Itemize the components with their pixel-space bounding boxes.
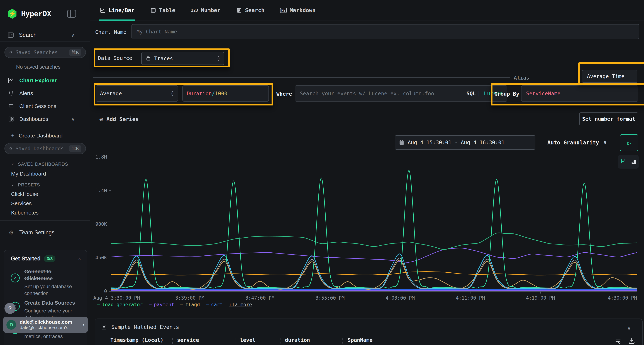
sidebar-item-services[interactable]: Services xyxy=(0,200,90,207)
chevron-down-icon: ∨ xyxy=(11,183,14,187)
column-header[interactable]: SpanName xyxy=(348,337,373,343)
play-icon: ▷ xyxy=(627,139,631,146)
table-icon xyxy=(150,7,156,13)
svg-text:3:47:00 PM: 3:47:00 PM xyxy=(246,295,274,301)
plus-icon: + xyxy=(11,132,14,139)
wrap-lines-icon[interactable] xyxy=(614,338,622,345)
data-source-value: Traces xyxy=(154,55,173,61)
box-icon xyxy=(146,56,151,61)
set-number-format-button[interactable]: Set number format xyxy=(579,112,638,125)
sidebar-item-my-dashboard[interactable]: My Dashboard xyxy=(0,170,90,178)
no-saved-searches: No saved searches xyxy=(0,63,90,71)
column-separator[interactable] xyxy=(172,337,173,344)
saved-searches-input[interactable] xyxy=(16,49,69,55)
group-by-input[interactable] xyxy=(521,85,638,101)
select-chevrons-icon: ∧∨ xyxy=(217,56,220,61)
chevron-up-icon[interactable]: ∧ xyxy=(78,256,81,262)
sidebar-section-search[interactable]: Search ∧ xyxy=(0,30,90,40)
legend-item[interactable]: —cart xyxy=(206,302,222,307)
markdown-icon: M↓ xyxy=(280,8,287,13)
legend-label: load-generator xyxy=(102,302,143,307)
sidebar-item-dashboards[interactable]: Dashboards ∧ xyxy=(0,114,90,124)
legend-label: payment xyxy=(154,302,174,307)
document-list-icon xyxy=(236,7,242,13)
sql-mode-button[interactable]: SQL xyxy=(466,90,476,96)
chart-legend: —load-generator—payment—flagd—cart+12 mo… xyxy=(97,302,252,307)
presets-header[interactable]: ∨ PRESETS xyxy=(0,181,90,188)
column-separator[interactable] xyxy=(342,337,343,344)
field-part-1000: 1000 xyxy=(215,90,227,96)
legend-swatch: — xyxy=(206,302,209,307)
column-header[interactable]: level xyxy=(240,337,256,343)
run-query-button[interactable]: ▷ xyxy=(620,134,638,151)
sidebar-item-client-sessions[interactable]: Client Sessions xyxy=(0,101,90,111)
tab-markdown[interactable]: M↓ Markdown xyxy=(280,0,316,21)
sidebar-item-label: Alerts xyxy=(19,90,33,96)
get-started-item[interactable]: ✓ Connect to ClickHouse Set up your data… xyxy=(11,268,82,297)
chevron-up-icon[interactable]: ∧ xyxy=(627,325,630,331)
calendar-icon xyxy=(399,140,404,145)
divider xyxy=(0,41,90,42)
chart-name-input[interactable] xyxy=(132,24,639,39)
collapse-sidebar-icon[interactable] xyxy=(67,10,76,18)
aggregation-select[interactable]: Average ∧∨ xyxy=(96,85,178,101)
user-menu[interactable]: D dale@clickhouse.com dale@clickhouse.co… xyxy=(3,317,88,333)
legend-item[interactable]: —payment xyxy=(149,302,174,307)
sidebar-item-kubernetes[interactable]: Kubernetes xyxy=(0,209,90,217)
tab-table[interactable]: Table xyxy=(150,0,175,21)
sidebar: ⚡ HyperDX Search ∧ ⌘K No saved searches … xyxy=(0,0,90,345)
sidebar-item-label: Client Sessions xyxy=(19,103,56,109)
sidebar-item-chart-explorer[interactable]: Chart Explorer xyxy=(0,76,90,85)
sidebar-search-label: Search xyxy=(19,32,36,38)
legend-item[interactable]: —flagd xyxy=(180,302,200,307)
chevron-up-icon[interactable]: ∧ xyxy=(72,32,75,38)
get-started-header[interactable]: Get Started 3/3 ∧ xyxy=(11,255,81,262)
column-header[interactable]: Timestamp (Local) xyxy=(110,337,164,343)
alias-input[interactable] xyxy=(582,70,638,83)
column-header[interactable]: service xyxy=(177,337,199,343)
chevron-up-icon[interactable]: ∧ xyxy=(71,116,74,122)
field-expression-input[interactable]: Duration/1000 xyxy=(182,85,269,101)
add-series-button[interactable]: ⊕ Add Series xyxy=(99,114,139,124)
data-source-label: Data Source xyxy=(98,55,132,61)
saved-dashboards-search[interactable]: ⌘K xyxy=(4,143,86,154)
plus-circle-icon: ⊕ xyxy=(99,115,103,123)
help-button[interactable]: ? xyxy=(4,303,16,314)
download-icon[interactable] xyxy=(628,337,636,345)
legend-more-link[interactable]: +12 more xyxy=(229,302,252,307)
saved-dashboards-input[interactable] xyxy=(16,146,69,152)
sidebar-item-alerts[interactable]: Alerts xyxy=(0,89,90,98)
column-header[interactable]: duration xyxy=(285,337,310,343)
dashboard-grid-icon xyxy=(8,116,15,122)
svg-text:4:30:00 PM: 4:30:00 PM xyxy=(608,295,637,301)
sidebar-item-clickhouse[interactable]: ClickHouse xyxy=(0,190,90,198)
time-range-picker[interactable]: Aug 4 15:30:01 - Aug 4 16:30:01 xyxy=(395,135,536,150)
column-separator[interactable] xyxy=(280,337,280,344)
number-123-icon: 123 xyxy=(191,8,198,12)
data-source-select[interactable]: Traces ∧∨ xyxy=(141,52,224,65)
field-part-slash: / xyxy=(212,90,215,96)
group-by-label: Group By xyxy=(494,91,519,97)
saved-dashboards-header[interactable]: ∨ SAVED DASHBOARDS xyxy=(0,161,90,168)
svg-text:1.8M: 1.8M xyxy=(95,154,107,160)
tab-line-bar[interactable]: Line/Bar xyxy=(100,0,134,21)
create-dashboard-button[interactable]: + Create Dashboard xyxy=(0,131,90,140)
divider xyxy=(0,126,90,126)
search-icon xyxy=(9,50,13,55)
svg-text:900K: 900K xyxy=(95,221,107,227)
column-separator[interactable] xyxy=(235,337,236,344)
timeseries-chart[interactable]: 0450K900K1.4M1.8MAug 4 3:30:00 PM3:39:00… xyxy=(93,153,641,304)
app-title: HyperDX xyxy=(21,10,51,18)
granularity-select[interactable]: Auto Granularity ∨ xyxy=(541,135,613,150)
sidebar-item-team-settings[interactable]: ⚙ Team Settings xyxy=(0,228,90,237)
legend-swatch: — xyxy=(149,302,152,307)
tab-search[interactable]: Search xyxy=(236,0,264,21)
tab-number[interactable]: 123 Number xyxy=(191,0,220,21)
select-chevrons-icon: ∧∨ xyxy=(171,91,174,96)
alias-label: Alias xyxy=(514,75,529,81)
divider xyxy=(0,220,90,221)
saved-searches-search[interactable]: ⌘K xyxy=(4,47,86,58)
search-icon xyxy=(9,146,13,151)
progress-badge: 3/3 xyxy=(44,255,56,262)
legend-item[interactable]: —load-generator xyxy=(97,302,143,307)
